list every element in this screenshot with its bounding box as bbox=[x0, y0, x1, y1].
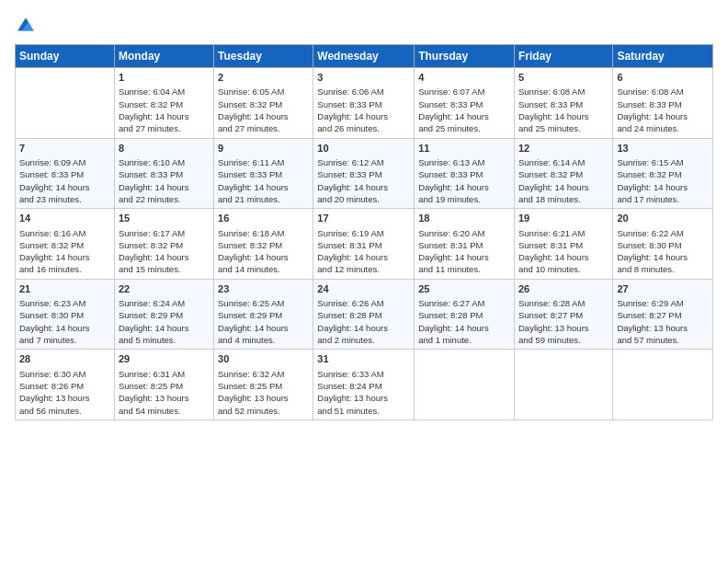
calendar-cell: 18Sunrise: 6:20 AM Sunset: 8:31 PM Dayli… bbox=[415, 209, 515, 280]
day-info: Sunrise: 6:23 AM Sunset: 8:30 PM Dayligh… bbox=[19, 297, 110, 346]
day-info: Sunrise: 6:29 AM Sunset: 8:27 PM Dayligh… bbox=[617, 297, 709, 346]
calendar-cell: 30Sunrise: 6:32 AM Sunset: 8:25 PM Dayli… bbox=[214, 350, 313, 420]
calendar-cell: 23Sunrise: 6:25 AM Sunset: 8:29 PM Dayli… bbox=[214, 279, 313, 350]
day-info: Sunrise: 6:18 AM Sunset: 8:32 PM Dayligh… bbox=[218, 227, 309, 276]
day-info: Sunrise: 6:09 AM Sunset: 8:33 PM Dayligh… bbox=[19, 156, 110, 205]
day-number: 4 bbox=[418, 71, 510, 85]
calendar-cell: 13Sunrise: 6:15 AM Sunset: 8:32 PM Dayli… bbox=[613, 138, 713, 209]
calendar-cell: 4Sunrise: 6:07 AM Sunset: 8:33 PM Daylig… bbox=[415, 68, 515, 139]
calendar-cell: 16Sunrise: 6:18 AM Sunset: 8:32 PM Dayli… bbox=[214, 209, 313, 280]
day-number: 21 bbox=[19, 282, 110, 296]
weekday-header-sunday: Sunday bbox=[16, 45, 115, 68]
day-info: Sunrise: 6:33 AM Sunset: 8:24 PM Dayligh… bbox=[317, 368, 410, 417]
day-number: 17 bbox=[317, 212, 410, 225]
calendar-cell: 20Sunrise: 6:22 AM Sunset: 8:30 PM Dayli… bbox=[613, 209, 713, 280]
day-number: 27 bbox=[617, 282, 709, 296]
day-number: 19 bbox=[518, 212, 609, 225]
day-number: 18 bbox=[418, 212, 510, 225]
day-number: 29 bbox=[119, 352, 210, 366]
calendar-cell: 21Sunrise: 6:23 AM Sunset: 8:30 PM Dayli… bbox=[16, 279, 115, 350]
calendar-cell: 11Sunrise: 6:13 AM Sunset: 8:33 PM Dayli… bbox=[415, 138, 515, 209]
day-info: Sunrise: 6:06 AM Sunset: 8:33 PM Dayligh… bbox=[317, 86, 410, 134]
calendar-cell: 25Sunrise: 6:27 AM Sunset: 8:28 PM Dayli… bbox=[415, 279, 515, 350]
calendar-cell: 15Sunrise: 6:17 AM Sunset: 8:32 PM Dayli… bbox=[114, 209, 213, 280]
calendar-cell: 9Sunrise: 6:11 AM Sunset: 8:33 PM Daylig… bbox=[214, 138, 313, 209]
day-info: Sunrise: 6:13 AM Sunset: 8:33 PM Dayligh… bbox=[418, 156, 510, 205]
calendar-cell: 8Sunrise: 6:10 AM Sunset: 8:33 PM Daylig… bbox=[114, 138, 213, 209]
calendar-cell: 19Sunrise: 6:21 AM Sunset: 8:31 PM Dayli… bbox=[514, 209, 612, 280]
calendar-cell: 7Sunrise: 6:09 AM Sunset: 8:33 PM Daylig… bbox=[16, 138, 115, 209]
day-number: 26 bbox=[518, 282, 609, 296]
weekday-header-wednesday: Wednesday bbox=[313, 45, 415, 68]
calendar-week-row: 1Sunrise: 6:04 AM Sunset: 8:32 PM Daylig… bbox=[16, 68, 713, 139]
weekday-header-tuesday: Tuesday bbox=[214, 45, 313, 68]
day-info: Sunrise: 6:12 AM Sunset: 8:33 PM Dayligh… bbox=[317, 156, 410, 205]
page-container: SundayMondayTuesdayWednesdayThursdayFrid… bbox=[0, 0, 728, 428]
calendar-cell: 29Sunrise: 6:31 AM Sunset: 8:25 PM Dayli… bbox=[114, 350, 213, 420]
day-number: 15 bbox=[119, 212, 210, 225]
calendar-cell bbox=[16, 68, 115, 139]
calendar-cell bbox=[514, 350, 612, 420]
calendar-week-row: 7Sunrise: 6:09 AM Sunset: 8:33 PM Daylig… bbox=[16, 138, 713, 209]
day-info: Sunrise: 6:20 AM Sunset: 8:31 PM Dayligh… bbox=[418, 227, 510, 276]
day-number: 7 bbox=[19, 142, 110, 155]
day-number: 24 bbox=[317, 282, 410, 296]
day-number: 9 bbox=[218, 142, 309, 155]
day-info: Sunrise: 6:04 AM Sunset: 8:32 PM Dayligh… bbox=[119, 86, 210, 134]
day-info: Sunrise: 6:19 AM Sunset: 8:31 PM Dayligh… bbox=[317, 227, 410, 276]
day-info: Sunrise: 6:14 AM Sunset: 8:32 PM Dayligh… bbox=[518, 156, 609, 205]
calendar-cell: 31Sunrise: 6:33 AM Sunset: 8:24 PM Dayli… bbox=[313, 350, 415, 420]
calendar-cell: 10Sunrise: 6:12 AM Sunset: 8:33 PM Dayli… bbox=[313, 138, 415, 209]
calendar-cell: 6Sunrise: 6:08 AM Sunset: 8:33 PM Daylig… bbox=[613, 68, 713, 139]
day-number: 2 bbox=[218, 71, 309, 85]
calendar-cell: 28Sunrise: 6:30 AM Sunset: 8:26 PM Dayli… bbox=[16, 350, 115, 420]
day-number: 13 bbox=[617, 142, 709, 155]
day-number: 31 bbox=[317, 352, 410, 366]
calendar-cell: 24Sunrise: 6:26 AM Sunset: 8:28 PM Dayli… bbox=[313, 279, 415, 350]
day-number: 25 bbox=[418, 282, 510, 296]
day-info: Sunrise: 6:32 AM Sunset: 8:25 PM Dayligh… bbox=[218, 368, 309, 417]
calendar-week-row: 28Sunrise: 6:30 AM Sunset: 8:26 PM Dayli… bbox=[16, 350, 713, 420]
weekday-header-row: SundayMondayTuesdayWednesdayThursdayFrid… bbox=[16, 45, 713, 68]
day-number: 6 bbox=[617, 71, 709, 85]
day-number: 3 bbox=[317, 71, 410, 85]
calendar-cell: 1Sunrise: 6:04 AM Sunset: 8:32 PM Daylig… bbox=[114, 68, 213, 139]
day-number: 28 bbox=[19, 352, 110, 366]
calendar-cell: 5Sunrise: 6:08 AM Sunset: 8:33 PM Daylig… bbox=[514, 68, 612, 139]
weekday-header-monday: Monday bbox=[114, 45, 213, 68]
calendar-week-row: 21Sunrise: 6:23 AM Sunset: 8:30 PM Dayli… bbox=[16, 279, 713, 350]
day-number: 12 bbox=[518, 142, 609, 155]
calendar-cell: 27Sunrise: 6:29 AM Sunset: 8:27 PM Dayli… bbox=[613, 279, 713, 350]
calendar-cell: 14Sunrise: 6:16 AM Sunset: 8:32 PM Dayli… bbox=[16, 209, 115, 280]
logo bbox=[15, 15, 40, 37]
day-number: 11 bbox=[418, 142, 510, 155]
day-number: 5 bbox=[518, 71, 609, 85]
day-info: Sunrise: 6:05 AM Sunset: 8:32 PM Dayligh… bbox=[218, 86, 309, 134]
weekday-header-thursday: Thursday bbox=[415, 45, 515, 68]
day-info: Sunrise: 6:25 AM Sunset: 8:29 PM Dayligh… bbox=[218, 297, 309, 346]
day-info: Sunrise: 6:22 AM Sunset: 8:30 PM Dayligh… bbox=[617, 227, 709, 276]
day-number: 8 bbox=[119, 142, 210, 155]
day-info: Sunrise: 6:08 AM Sunset: 8:33 PM Dayligh… bbox=[518, 86, 609, 134]
day-info: Sunrise: 6:16 AM Sunset: 8:32 PM Dayligh… bbox=[19, 227, 110, 276]
calendar-table: SundayMondayTuesdayWednesdayThursdayFrid… bbox=[15, 44, 713, 420]
weekday-header-friday: Friday bbox=[514, 45, 612, 68]
day-number: 23 bbox=[218, 282, 309, 296]
day-number: 20 bbox=[617, 212, 709, 225]
day-info: Sunrise: 6:17 AM Sunset: 8:32 PM Dayligh… bbox=[119, 227, 210, 276]
header bbox=[15, 15, 713, 37]
day-info: Sunrise: 6:10 AM Sunset: 8:33 PM Dayligh… bbox=[119, 156, 210, 205]
calendar-cell: 26Sunrise: 6:28 AM Sunset: 8:27 PM Dayli… bbox=[514, 279, 612, 350]
day-number: 14 bbox=[19, 212, 110, 225]
day-info: Sunrise: 6:31 AM Sunset: 8:25 PM Dayligh… bbox=[119, 368, 210, 417]
calendar-cell: 3Sunrise: 6:06 AM Sunset: 8:33 PM Daylig… bbox=[313, 68, 415, 139]
day-number: 22 bbox=[119, 282, 210, 296]
day-info: Sunrise: 6:15 AM Sunset: 8:32 PM Dayligh… bbox=[617, 156, 709, 205]
day-info: Sunrise: 6:28 AM Sunset: 8:27 PM Dayligh… bbox=[518, 297, 609, 346]
calendar-cell bbox=[415, 350, 515, 420]
day-info: Sunrise: 6:11 AM Sunset: 8:33 PM Dayligh… bbox=[218, 156, 309, 205]
day-info: Sunrise: 6:21 AM Sunset: 8:31 PM Dayligh… bbox=[518, 227, 609, 276]
logo-icon bbox=[15, 15, 37, 37]
day-info: Sunrise: 6:30 AM Sunset: 8:26 PM Dayligh… bbox=[19, 368, 110, 417]
calendar-cell: 12Sunrise: 6:14 AM Sunset: 8:32 PM Dayli… bbox=[514, 138, 612, 209]
